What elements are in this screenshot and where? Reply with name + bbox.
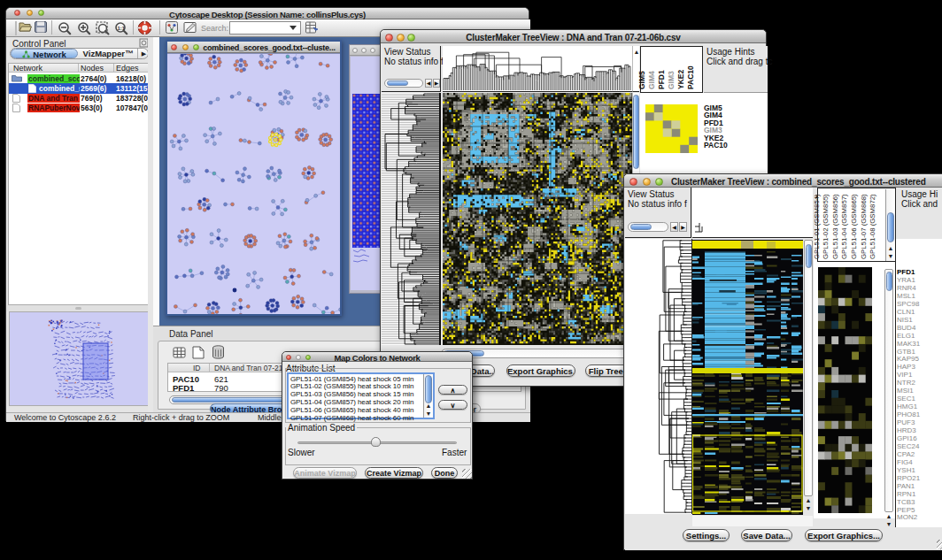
svg-text:1:1: 1:1 bbox=[117, 26, 125, 31]
